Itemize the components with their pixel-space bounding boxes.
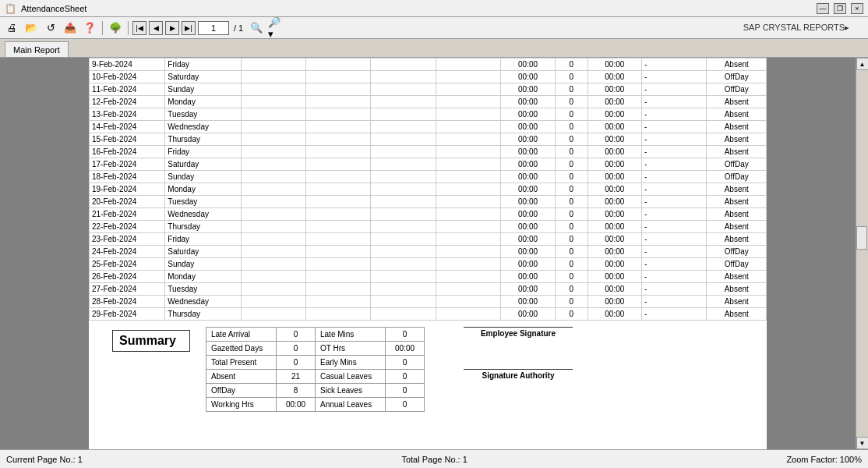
table-row: 14-Feb-2024 Wednesday 00:00 0 00:00 - Ab… (90, 121, 767, 133)
day-cell: Friday (165, 233, 241, 246)
date-cell: 26-Feb-2024 (90, 271, 165, 283)
date-cell: 28-Feb-2024 (90, 296, 165, 308)
total-hours-cell: 00:00 (501, 258, 556, 271)
ot-cell: 0 (555, 196, 587, 208)
last-page-button[interactable]: ▶| (182, 21, 196, 35)
total-hours-cell: 00:00 (501, 283, 556, 296)
dash-cell: - (642, 271, 707, 283)
out2-cell (436, 71, 500, 83)
out2-cell (436, 183, 500, 196)
page-number-input[interactable] (198, 21, 229, 35)
in2-cell (371, 171, 436, 183)
status-cell: Absent (707, 283, 767, 296)
main-report-tab-label: Main Report (13, 45, 60, 55)
minimize-button[interactable]: — (817, 3, 829, 14)
first-page-button[interactable]: |◀ (132, 21, 146, 35)
out1-cell (306, 158, 371, 171)
out1-cell (306, 121, 371, 133)
in1-cell (241, 258, 305, 271)
scroll-down-button[interactable]: ▼ (856, 437, 869, 449)
out1-cell (306, 96, 371, 108)
dash-cell: - (642, 308, 707, 321)
out1-cell (306, 171, 371, 183)
net-cell: 00:00 (587, 283, 642, 296)
table-row: 29-Feb-2024 Thursday 00:00 0 00:00 - Abs… (90, 308, 767, 321)
net-cell: 00:00 (587, 121, 642, 133)
date-cell: 12-Feb-2024 (90, 96, 165, 108)
dash-cell: - (642, 58, 707, 71)
ot-cell: 0 (555, 158, 587, 171)
search-button[interactable]: 🔍 (248, 20, 265, 37)
summary-left-label: OffDay (206, 384, 277, 398)
next-page-button[interactable]: ▶ (165, 21, 179, 35)
dash-cell: - (642, 258, 707, 271)
in2-cell (371, 183, 436, 196)
out2-cell (436, 121, 500, 133)
title-bar: 📋 AttendanceSheet — ❐ × (0, 0, 868, 17)
dash-cell: - (642, 283, 707, 296)
net-cell: 00:00 (587, 71, 642, 83)
help-button[interactable]: ❓ (81, 20, 98, 37)
out1-cell (306, 271, 371, 283)
separator (102, 21, 103, 35)
ot-cell: 0 (555, 171, 587, 183)
in2-cell (371, 283, 436, 296)
date-cell: 21-Feb-2024 (90, 208, 165, 221)
open-button[interactable]: 📂 (23, 20, 40, 37)
in2-cell (371, 121, 436, 133)
date-cell: 14-Feb-2024 (90, 121, 165, 133)
prev-page-button[interactable]: ◀ (149, 21, 163, 35)
in1-cell (241, 171, 305, 183)
summary-left-value: 0 (277, 342, 316, 356)
day-cell: Tuesday (165, 196, 241, 208)
day-cell: Saturday (165, 158, 241, 171)
maximize-button[interactable]: ❐ (834, 3, 846, 14)
print-button[interactable]: 🖨 (3, 20, 20, 37)
ot-cell: 0 (555, 308, 587, 321)
dash-cell: - (642, 208, 707, 221)
in2-cell (371, 58, 436, 71)
date-cell: 16-Feb-2024 (90, 146, 165, 158)
summary-row: Absent 21 Casual Leaves 0 (206, 370, 425, 384)
date-cell: 13-Feb-2024 (90, 108, 165, 121)
scroll-thumb[interactable] (856, 226, 867, 250)
refresh-button[interactable]: ↺ (42, 20, 59, 37)
date-cell: 11-Feb-2024 (90, 83, 165, 96)
ot-cell: 0 (555, 233, 587, 246)
in2-cell (371, 71, 436, 83)
total-hours-cell: 00:00 (501, 271, 556, 283)
scroll-track[interactable] (856, 70, 868, 437)
signature-authority-label: Signature Authority (464, 369, 573, 380)
in2-cell (371, 158, 436, 171)
in1-cell (241, 208, 305, 221)
close-button[interactable]: × (851, 3, 863, 14)
status-bar: Current Page No.: 1 Total Page No.: 1 Zo… (0, 449, 868, 468)
summary-right-value: 0 (386, 370, 425, 384)
table-row: 22-Feb-2024 Thursday 00:00 0 00:00 - Abs… (90, 221, 767, 233)
status-cell: OffDay (707, 246, 767, 258)
export-button[interactable]: 📤 (62, 20, 79, 37)
day-cell: Thursday (165, 221, 241, 233)
out2-cell (436, 171, 500, 183)
table-row: 21-Feb-2024 Wednesday 00:00 0 00:00 - Ab… (90, 208, 767, 221)
summary-left-value: 0 (277, 356, 316, 370)
scroll-up-button[interactable]: ▲ (856, 58, 869, 70)
ot-cell: 0 (555, 221, 587, 233)
in2-cell (371, 246, 436, 258)
summary-right-label: Late Mins (316, 328, 386, 342)
net-cell: 00:00 (587, 246, 642, 258)
total-hours-cell: 00:00 (501, 296, 556, 308)
out2-cell (436, 133, 500, 146)
in2-cell (371, 208, 436, 221)
day-cell: Monday (165, 183, 241, 196)
table-row: 27-Feb-2024 Tuesday 00:00 0 00:00 - Abse… (90, 283, 767, 296)
date-cell: 29-Feb-2024 (90, 308, 165, 321)
zoom-button[interactable]: 🔎▾ (267, 20, 284, 37)
group-tree-button[interactable]: 🌳 (107, 20, 124, 37)
day-cell: Tuesday (165, 108, 241, 121)
ot-cell: 0 (555, 83, 587, 96)
dash-cell: - (642, 296, 707, 308)
main-report-tab[interactable]: Main Report (5, 41, 69, 57)
net-cell: 00:00 (587, 271, 642, 283)
net-cell: 00:00 (587, 183, 642, 196)
